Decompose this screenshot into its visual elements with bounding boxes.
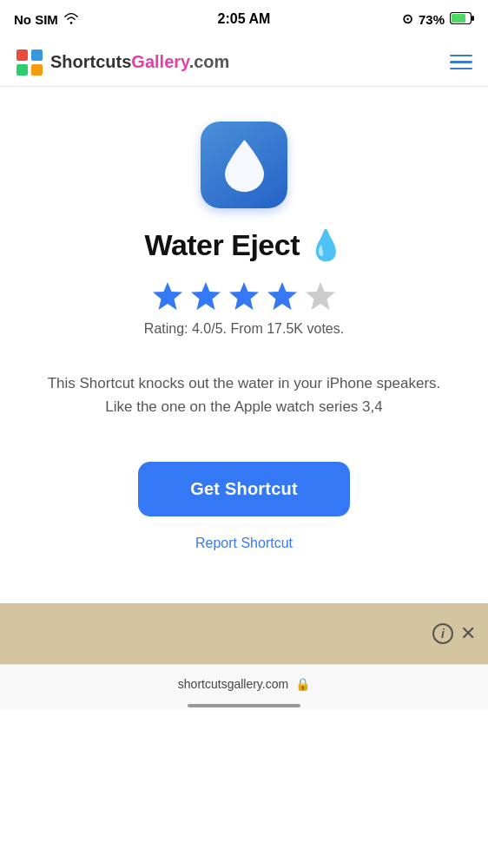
wifi-icon bbox=[63, 12, 79, 27]
status-time: 2:05 AM bbox=[218, 11, 271, 27]
report-shortcut-link[interactable]: Report Shortcut bbox=[195, 536, 293, 551]
svg-marker-7 bbox=[153, 282, 182, 310]
battery-text: 73% bbox=[419, 12, 445, 27]
star-1 bbox=[151, 279, 184, 312]
svg-marker-11 bbox=[306, 282, 335, 310]
star-3 bbox=[228, 279, 260, 312]
svg-marker-8 bbox=[191, 282, 221, 310]
svg-rect-1 bbox=[472, 16, 474, 21]
battery-icon bbox=[450, 12, 474, 27]
svg-marker-9 bbox=[229, 282, 259, 310]
location-icon: ⊙ bbox=[402, 11, 413, 27]
logo-icon bbox=[16, 49, 43, 76]
hamburger-menu-icon[interactable] bbox=[450, 55, 472, 70]
water-drop-icon bbox=[221, 137, 268, 194]
ad-info-icon[interactable]: i bbox=[432, 623, 453, 644]
lock-icon: 🔒 bbox=[295, 677, 310, 691]
svg-marker-10 bbox=[267, 282, 297, 310]
get-shortcut-button[interactable]: Get Shortcut bbox=[138, 462, 350, 516]
browser-url: shortcutsgallery.com bbox=[178, 677, 288, 691]
title-emoji: 💧 bbox=[307, 228, 344, 261]
main-content: Water Eject 💧 Rating: 4.0/5. From 17.5K … bbox=[0, 87, 488, 603]
header: ShortcutsGallery.com bbox=[0, 38, 488, 87]
svg-rect-2 bbox=[452, 14, 465, 23]
home-indicator bbox=[0, 702, 488, 709]
carrier-text: No SIM bbox=[14, 12, 58, 27]
svg-rect-5 bbox=[16, 64, 28, 76]
shortcut-title: Water Eject 💧 bbox=[145, 227, 344, 262]
star-5-empty bbox=[304, 279, 337, 312]
star-4 bbox=[266, 279, 299, 312]
bottom-url-bar: shortcutsgallery.com 🔒 bbox=[0, 664, 488, 702]
shortcut-description: This Shortcut knocks out the water in yo… bbox=[36, 372, 452, 418]
home-bar bbox=[188, 704, 300, 707]
ad-close-icon[interactable]: ✕ bbox=[460, 622, 476, 645]
stars-container bbox=[151, 279, 337, 312]
logo: ShortcutsGallery.com bbox=[16, 49, 229, 76]
ad-info-badge[interactable]: i ✕ bbox=[432, 622, 476, 645]
svg-rect-4 bbox=[31, 49, 43, 61]
svg-rect-6 bbox=[31, 64, 43, 76]
star-2 bbox=[189, 279, 222, 312]
status-right: ⊙ 73% bbox=[402, 11, 474, 27]
ad-banner: i ✕ bbox=[0, 603, 488, 664]
app-icon bbox=[201, 122, 287, 208]
status-bar: No SIM 2:05 AM ⊙ 73% bbox=[0, 0, 488, 38]
svg-rect-3 bbox=[16, 49, 28, 61]
logo-text: ShortcutsGallery.com bbox=[50, 52, 229, 72]
status-left: No SIM bbox=[14, 12, 79, 27]
rating-text: Rating: 4.0/5. From 17.5K votes. bbox=[144, 321, 344, 337]
